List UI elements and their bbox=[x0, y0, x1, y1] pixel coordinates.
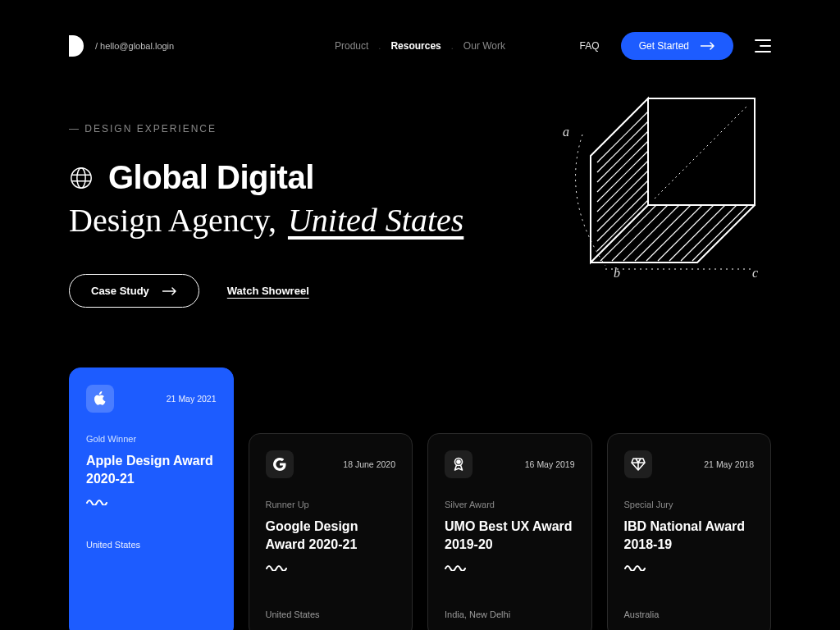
award-location: United States bbox=[266, 609, 396, 619]
primary-nav: Product . Resources . Our Work bbox=[333, 40, 507, 52]
cube-label-c: c bbox=[752, 266, 758, 281]
award-date: 16 May 2019 bbox=[525, 459, 575, 469]
award-title: Apple Design Award 2020-21 bbox=[86, 452, 217, 487]
diamond-icon bbox=[624, 450, 652, 478]
top-nav: / hello@global.login Product . Resources… bbox=[0, 0, 840, 66]
award-tag: Silver Award bbox=[445, 500, 575, 509]
squiggle-icon bbox=[445, 564, 575, 571]
hero-title-serif-a: Design Agency, bbox=[69, 201, 276, 240]
case-study-label: Case Study bbox=[91, 285, 149, 297]
contact-email[interactable]: / hello@global.login bbox=[95, 41, 174, 51]
squiggle-icon bbox=[86, 499, 217, 505]
award-date: 21 May 2018 bbox=[704, 459, 754, 469]
cube-label-b: b bbox=[614, 266, 620, 281]
arrow-right-icon bbox=[701, 42, 715, 50]
squiggle-icon bbox=[266, 564, 396, 571]
svg-point-1 bbox=[77, 167, 85, 187]
logo-icon bbox=[69, 35, 84, 57]
nav-link-resources[interactable]: Resources bbox=[389, 40, 442, 52]
squiggle-icon bbox=[624, 564, 755, 571]
get-started-label: Get Started bbox=[639, 40, 689, 52]
hero-title-serif-b: United States bbox=[288, 201, 463, 240]
nav-separator: . bbox=[373, 41, 386, 51]
award-card[interactable]: 16 May 2019 Silver Award UMO Best UX Awa… bbox=[427, 433, 592, 630]
nav-link-product[interactable]: Product bbox=[333, 40, 370, 52]
svg-point-0 bbox=[71, 167, 91, 187]
award-tag: Gold Winner bbox=[86, 434, 217, 444]
nav-right-group: FAQ Get Started bbox=[580, 32, 771, 60]
medal-icon bbox=[445, 450, 472, 478]
award-location: Australia bbox=[624, 609, 755, 619]
menu-icon[interactable] bbox=[755, 39, 771, 52]
cube-illustration: a b c bbox=[558, 85, 771, 282]
award-tag: Runner Up bbox=[266, 500, 396, 509]
nav-separator: . bbox=[446, 41, 459, 51]
award-card[interactable]: 21 May 2018 Special Jury IBD National Aw… bbox=[607, 433, 772, 630]
award-date: 18 June 2020 bbox=[343, 459, 395, 469]
nav-link-our-work[interactable]: Our Work bbox=[462, 40, 507, 52]
apple-icon bbox=[86, 385, 114, 413]
arrow-right-icon bbox=[162, 287, 177, 295]
watch-showreel-link[interactable]: Watch Showreel bbox=[227, 285, 309, 297]
award-location: India, New Delhi bbox=[445, 609, 575, 619]
award-title: Google Design Award 2020-21 bbox=[266, 518, 396, 553]
cube-label-a: a bbox=[563, 125, 569, 139]
svg-point-4 bbox=[457, 460, 460, 463]
faq-link[interactable]: FAQ bbox=[580, 40, 600, 52]
hero-title-bold: Global Digital bbox=[108, 159, 314, 196]
award-card[interactable]: 21 May 2021 Gold Winner Apple Design Awa… bbox=[69, 368, 234, 630]
award-location: United States bbox=[86, 540, 217, 550]
awards-row: 21 May 2021 Gold Winner Apple Design Awa… bbox=[69, 368, 771, 630]
award-date: 21 May 2021 bbox=[167, 394, 217, 404]
award-title: IBD National Award 2018-19 bbox=[624, 518, 755, 553]
logo-group: / hello@global.login bbox=[69, 35, 174, 57]
get-started-button[interactable]: Get Started bbox=[621, 32, 733, 60]
globe-icon bbox=[69, 166, 94, 190]
case-study-button[interactable]: Case Study bbox=[69, 274, 199, 308]
award-title: UMO Best UX Award 2019-20 bbox=[445, 518, 575, 553]
award-card[interactable]: 18 June 2020 Runner Up Google Design Awa… bbox=[249, 433, 413, 630]
award-tag: Special Jury bbox=[624, 500, 755, 509]
hero-section: — DESIGN EXPERIENCE Global Digital Desig… bbox=[0, 66, 840, 308]
google-icon bbox=[266, 450, 294, 478]
